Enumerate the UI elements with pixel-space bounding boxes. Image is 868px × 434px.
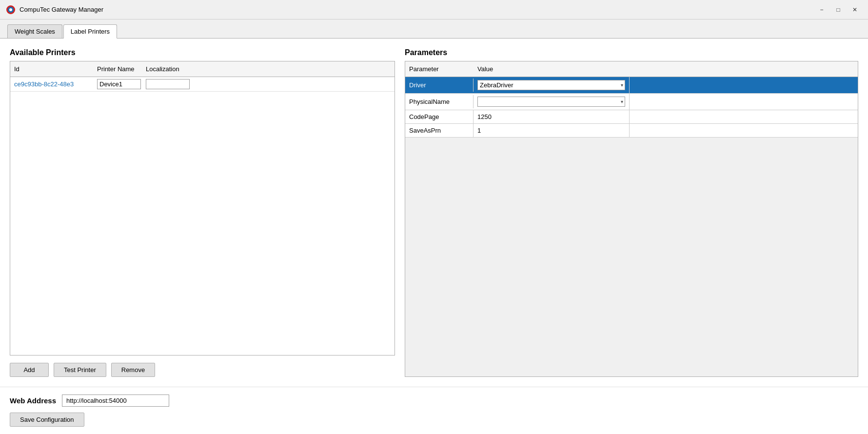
app-title: CompuTec Gateway Manager <box>20 6 103 13</box>
web-address-input[interactable] <box>62 395 169 407</box>
content-area: Available Printers Id Printer Name Local… <box>0 39 868 387</box>
params-table-header: Parameter Value <box>405 61 858 77</box>
param-saveasprn-value: 1 <box>473 124 630 137</box>
printers-col-name: Printer Name <box>93 63 142 75</box>
printers-table-body: ce9c93bb-8c22-48e3 <box>10 77 395 355</box>
main-window: Weight Scales Label Printers Available P… <box>0 20 868 434</box>
printers-table: Id Printer Name Localization ce9c93bb-8c… <box>10 61 395 355</box>
param-codepage-label: CodePage <box>405 110 473 123</box>
params-row-driver[interactable]: Driver ZebraDriver Other Driver ▾ <box>405 77 858 94</box>
printer-name-cell <box>93 77 142 91</box>
printer-localization-cell <box>142 77 395 91</box>
params-col-parameter: Parameter <box>405 63 473 75</box>
driver-select[interactable]: ZebraDriver Other Driver <box>477 80 625 90</box>
close-button[interactable]: ✕ <box>848 5 862 15</box>
titlebar-controls: − □ ✕ <box>814 5 862 15</box>
param-driver-extra <box>630 82 858 88</box>
printer-localization-input[interactable] <box>146 79 190 89</box>
printers-table-header: Id Printer Name Localization <box>10 61 395 77</box>
parameters-panel-title: Parameters <box>405 48 858 57</box>
table-row[interactable]: ce9c93bb-8c22-48e3 <box>10 77 395 92</box>
buttons-row: Add Test Printer Remove <box>10 363 395 377</box>
printers-col-localization: Localization <box>142 63 395 75</box>
tab-label-printers[interactable]: Label Printers <box>63 24 117 39</box>
bottom-section: Web Address Save Configuration <box>0 387 868 434</box>
printer-id-cell: ce9c93bb-8c22-48e3 <box>10 79 93 90</box>
save-configuration-button[interactable]: Save Configuration <box>10 413 84 427</box>
svg-point-2 <box>9 8 12 11</box>
param-saveasprn-extra <box>630 128 858 134</box>
printers-panel: Available Printers Id Printer Name Local… <box>10 48 395 377</box>
param-codepage-value: 1250 <box>473 110 630 123</box>
param-physicalname-label: PhysicalName <box>405 95 473 108</box>
tab-weight-scales[interactable]: Weight Scales <box>7 24 62 38</box>
printers-col-id: Id <box>10 63 93 75</box>
param-physicalname-extra <box>630 99 858 105</box>
add-button[interactable]: Add <box>10 363 49 377</box>
web-address-row: Web Address <box>10 395 858 407</box>
params-col-value: Value <box>473 63 630 75</box>
params-row-physicalname[interactable]: PhysicalName ▾ <box>405 94 858 110</box>
param-driver-value: ZebraDriver Other Driver ▾ <box>473 77 630 93</box>
params-table: Parameter Value Driver ZebraDriver Other… <box>405 61 858 377</box>
params-col-extra <box>630 63 858 75</box>
physicalname-dropdown-wrapper: ▾ <box>477 97 625 107</box>
params-row-saveasprn[interactable]: SaveAsPrn 1 <box>405 124 858 138</box>
web-address-label: Web Address <box>10 396 56 405</box>
param-saveasprn-label: SaveAsPrn <box>405 124 473 137</box>
titlebar-left: CompuTec Gateway Manager <box>6 5 103 15</box>
driver-dropdown-wrapper: ZebraDriver Other Driver ▾ <box>477 80 625 90</box>
physicalname-select[interactable] <box>477 97 625 107</box>
param-physicalname-value: ▾ <box>473 94 630 110</box>
titlebar: CompuTec Gateway Manager − □ ✕ <box>0 0 868 20</box>
tab-bar: Weight Scales Label Printers <box>0 20 868 39</box>
parameters-panel: Parameters Parameter Value Driver <box>405 48 858 377</box>
app-icon <box>6 5 16 15</box>
printer-name-input[interactable] <box>97 79 141 89</box>
param-driver-label: Driver <box>405 79 473 92</box>
minimize-button[interactable]: − <box>814 5 829 15</box>
panels-row: Available Printers Id Printer Name Local… <box>10 48 858 377</box>
printers-panel-title: Available Printers <box>10 48 395 57</box>
maximize-button[interactable]: □ <box>831 5 846 15</box>
remove-button[interactable]: Remove <box>111 363 155 377</box>
test-printer-button[interactable]: Test Printer <box>54 363 106 377</box>
params-row-codepage[interactable]: CodePage 1250 <box>405 110 858 124</box>
param-codepage-extra <box>630 114 858 120</box>
